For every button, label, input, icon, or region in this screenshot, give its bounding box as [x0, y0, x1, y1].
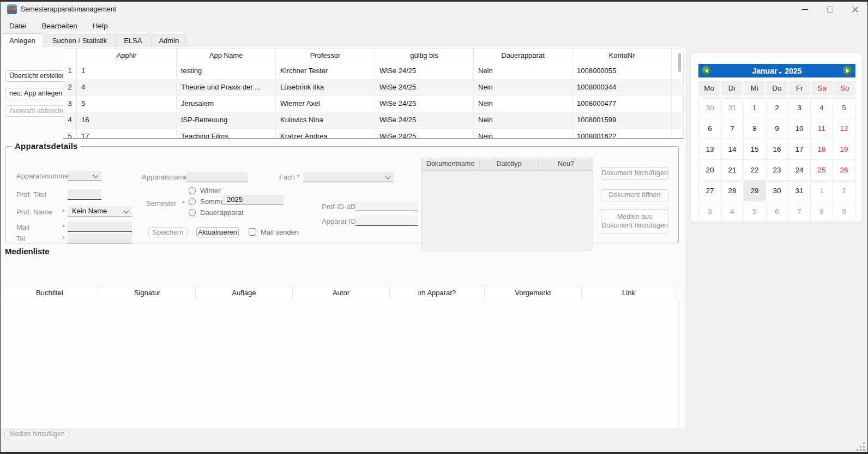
calendar-day[interactable]: 11: [810, 118, 833, 139]
table-row[interactable]: 416ISP-BetreuungKulovics NinaWiSe 24/25N…: [63, 112, 683, 129]
calendar-day-today[interactable]: 29: [743, 180, 765, 201]
table-row[interactable]: 517Teaching FilmsKratzer AndreaWiSe 24/2…: [63, 129, 683, 139]
tab-admin[interactable]: Admin: [151, 34, 186, 48]
doc-column-header-neu?[interactable]: Neu?: [539, 158, 593, 170]
calendar-day[interactable]: 23: [765, 159, 788, 180]
mail-input[interactable]: [68, 222, 132, 232]
calendar-day[interactable]: 8: [810, 201, 833, 222]
calendar-day[interactable]: 17: [788, 139, 810, 159]
calendar-day[interactable]: 19: [833, 139, 855, 159]
calendar-year[interactable]: 2025: [785, 67, 801, 75]
tab-anlegen[interactable]: Anlegen: [2, 33, 43, 48]
calendar-day[interactable]: 1: [743, 97, 765, 118]
calendar-day[interactable]: 31: [788, 180, 810, 201]
calendar-day[interactable]: 13: [698, 139, 721, 159]
dokument-öffnen-button[interactable]: Dokument öffnen: [601, 189, 668, 201]
calendar-day[interactable]: 20: [698, 159, 721, 180]
prof-name-dropdown[interactable]: Kein Name: [68, 206, 132, 217]
ml-column-header-buchtitel[interactable]: Buchtitel: [1, 287, 99, 299]
dokument-hinzufügen-button[interactable]: Dokument hinzufügen: [601, 168, 668, 180]
menu-bearbeiten[interactable]: Bearbeiten: [41, 21, 79, 31]
column-header-professor[interactable]: Professor: [276, 49, 375, 63]
column-header-appnr[interactable]: AppNr: [77, 49, 177, 63]
calendar-day[interactable]: 2: [765, 97, 788, 118]
calendar-day[interactable]: 25: [810, 159, 833, 180]
maximize-button[interactable]: [817, 2, 842, 17]
übersicht-erstellen-button[interactable]: Übersicht erstellen: [5, 70, 70, 82]
fach-dropdown[interactable]: [303, 172, 394, 182]
calendar-day[interactable]: 4: [721, 201, 743, 222]
apparatsname-input[interactable]: [186, 172, 248, 182]
column-header-app-name[interactable]: App Name: [177, 49, 276, 63]
ml-column-header-autor[interactable]: Autor: [293, 287, 390, 299]
scrollbar-thumb[interactable]: [678, 53, 681, 72]
ml-column-header-link[interactable]: Link: [582, 287, 676, 299]
ml-column-header-auflage[interactable]: Auflage: [196, 287, 293, 299]
calendar-day[interactable]: 30: [765, 180, 788, 201]
radio-option-dauerapparat[interactable]: Dauerapparat: [189, 207, 244, 218]
doc-column-header-dokumentname[interactable]: Dokumentname: [421, 158, 480, 170]
calendar-day[interactable]: 4: [810, 97, 833, 118]
calendar-day[interactable]: 6: [765, 201, 788, 222]
calendar-day[interactable]: 21: [721, 159, 743, 180]
calendar-month[interactable]: Januar: [752, 67, 777, 75]
calendar-day[interactable]: 7: [721, 118, 743, 139]
calendar-day[interactable]: 14: [721, 139, 743, 159]
aktualisieren-button[interactable]: Aktualisieren: [196, 227, 239, 237]
table-row[interactable]: 24Theorie und Praxis der ...Lüsebrink Il…: [63, 80, 683, 96]
apparatsnummer-dropdown[interactable]: [68, 171, 101, 181]
ml-column-header-vorgemerkt[interactable]: Vorgemerkt: [485, 287, 582, 299]
calendar-day[interactable]: 31: [721, 97, 743, 118]
neu-app-anlegen-button[interactable]: neu. App anlegen: [5, 88, 67, 99]
menu-datei[interactable]: Datei: [8, 21, 28, 31]
calendar-day[interactable]: 30: [698, 97, 721, 118]
calendar-day[interactable]: 3: [788, 97, 810, 118]
next-month-button[interactable]: [843, 66, 852, 75]
calendar-day[interactable]: 5: [833, 97, 855, 118]
calendar-day[interactable]: 9: [765, 118, 788, 139]
apparat-id-input[interactable]: [355, 216, 418, 226]
tab-elsa[interactable]: ELSA: [116, 34, 149, 48]
calendar-day[interactable]: 12: [833, 118, 855, 139]
prof-titel-input[interactable]: [68, 189, 101, 200]
minimize-button[interactable]: [792, 2, 817, 17]
tab-suchen-statistik[interactable]: Suchen / Statistik: [45, 34, 114, 48]
ml-column-header-signatur[interactable]: Signatur: [99, 287, 196, 299]
medien-aus-dokument-hinzufügen-button[interactable]: Medien aus Dokument hinzufügen: [601, 209, 668, 234]
menu-help[interactable]: Help: [92, 21, 109, 31]
calendar-day[interactable]: 10: [788, 118, 810, 139]
calendar-day[interactable]: 5: [743, 201, 765, 222]
speichern-button[interactable]: Speichern: [148, 227, 188, 237]
table-row[interactable]: 11testingKirchner TesterWiSe 24/25Nein10…: [63, 63, 683, 80]
calendar-day[interactable]: 3: [698, 201, 721, 222]
jahr-input[interactable]: 2025: [222, 195, 284, 205]
calendar-day[interactable]: 28: [721, 180, 743, 201]
calendar-day[interactable]: 24: [788, 159, 810, 180]
mail-senden-checkbox[interactable]: [249, 228, 256, 236]
calendar-day[interactable]: 18: [810, 139, 833, 159]
calendar-day[interactable]: 16: [765, 139, 788, 159]
ml-column-header-im-apparat?[interactable]: im Apparat?: [390, 287, 485, 299]
radio-option-winter[interactable]: Winter: [189, 185, 244, 196]
calendar-day[interactable]: 15: [743, 139, 765, 159]
column-header-kontonr[interactable]: KontoNr: [572, 49, 672, 63]
doc-column-header-dateityp[interactable]: Dateityp: [480, 158, 539, 170]
calendar-day[interactable]: 2: [833, 180, 855, 201]
calendar-day[interactable]: 27: [698, 180, 721, 201]
table-row[interactable]: 35JerusalemWiemer AxelWiSe 24/25Nein1008…: [63, 96, 683, 112]
calendar-day[interactable]: 22: [743, 159, 765, 180]
column-header-dauerapparat[interactable]: Dauerapparat: [474, 49, 572, 63]
calendar-day[interactable]: 8: [743, 118, 765, 139]
calendar-day[interactable]: 6: [698, 118, 721, 139]
vertical-scrollbar[interactable]: [678, 50, 682, 137]
close-button[interactable]: [842, 2, 867, 17]
resize-grip[interactable]: [854, 440, 865, 451]
calendar-day[interactable]: 1: [810, 180, 833, 201]
calendar-day[interactable]: 7: [788, 201, 810, 222]
prof-id-input[interactable]: [355, 201, 418, 211]
calendar-day[interactable]: 9: [833, 201, 855, 222]
previous-month-button[interactable]: [702, 66, 711, 75]
column-header-gültig-bis[interactable]: gültig bis: [375, 49, 474, 63]
calendar-day[interactable]: 26: [833, 159, 855, 180]
tel-input[interactable]: [68, 233, 132, 243]
